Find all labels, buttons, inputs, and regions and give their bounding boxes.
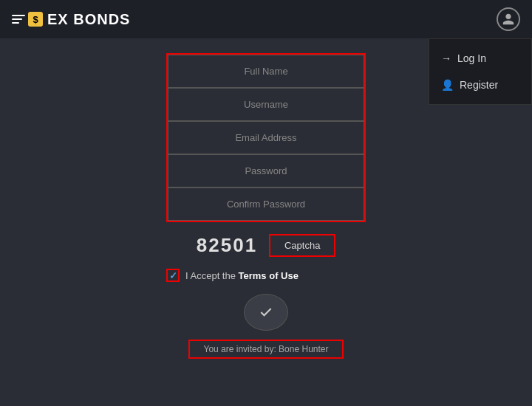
registration-form <box>166 53 366 222</box>
submit-button[interactable] <box>244 294 288 331</box>
logo-lines <box>12 15 25 24</box>
terms-link[interactable]: Terms of Use <box>239 270 299 281</box>
username-field[interactable] <box>168 88 364 121</box>
logo-dollar-badge: $ <box>28 12 43 27</box>
logo-line-2 <box>12 18 22 20</box>
confirm-password-input[interactable] <box>177 199 355 210</box>
header: $ EX BONDS → Log In 👤 Register <box>0 0 532 38</box>
terms-text: I Accept the Terms of Use <box>185 270 299 281</box>
captcha-code: 82501 <box>197 234 257 257</box>
person-icon <box>502 13 515 26</box>
password-field[interactable] <box>168 154 364 187</box>
captcha-row: 82501 Captcha <box>166 234 366 257</box>
login-menu-item[interactable]: → Log In <box>429 45 531 72</box>
logo-line-1 <box>12 15 25 16</box>
captcha-button[interactable]: Captcha <box>269 234 335 257</box>
logo-text: EX BONDS <box>47 11 130 28</box>
terms-row: I Accept the Terms of Use <box>166 269 366 282</box>
logo-icon: $ <box>12 12 43 27</box>
terms-prefix: I Accept the <box>185 270 239 281</box>
confirm-password-field[interactable] <box>168 187 364 221</box>
register-icon: 👤 <box>441 79 454 91</box>
fullname-input[interactable] <box>177 66 355 77</box>
dropdown-menu: → Log In 👤 Register <box>429 38 532 105</box>
login-label: Log In <box>457 52 486 64</box>
logo: $ EX BONDS <box>12 11 130 28</box>
user-icon[interactable] <box>497 7 520 31</box>
register-menu-item[interactable]: 👤 Register <box>429 72 531 98</box>
fullname-field[interactable] <box>168 55 364 88</box>
username-input[interactable] <box>177 99 355 110</box>
checkmark-icon <box>259 305 273 320</box>
invited-by-label: You are invited by: Bone Hunter <box>188 340 343 359</box>
email-input[interactable] <box>177 132 355 143</box>
logo-line-3 <box>12 22 19 24</box>
terms-checkbox[interactable] <box>166 269 180 282</box>
email-field[interactable] <box>168 121 364 154</box>
login-icon: → <box>441 52 451 64</box>
password-input[interactable] <box>177 165 355 176</box>
register-label: Register <box>460 79 498 91</box>
